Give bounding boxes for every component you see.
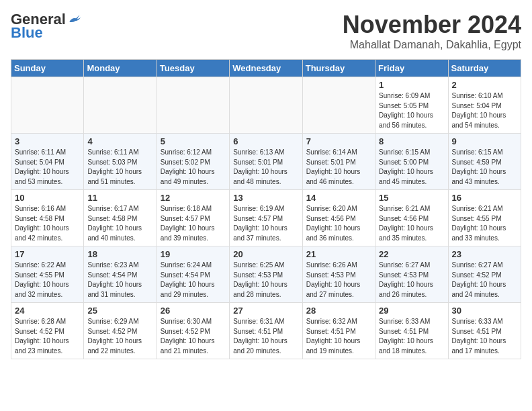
calendar-cell [84,77,157,134]
calendar-cell: 11Sunrise: 6:17 AM Sunset: 4:58 PM Dayli… [84,190,157,246]
calendar-table: SundayMondayTuesdayWednesdayThursdayFrid… [11,59,521,359]
day-number: 9 [452,136,517,146]
day-number: 10 [15,193,80,203]
logo-blue: Blue [11,24,43,42]
day-number: 18 [87,249,152,259]
day-info: Sunrise: 6:32 AM Sunset: 4:51 PM Dayligh… [306,317,371,356]
day-info: Sunrise: 6:31 AM Sunset: 4:51 PM Dayligh… [233,317,298,356]
day-number: 13 [233,193,298,203]
day-info: Sunrise: 6:14 AM Sunset: 5:01 PM Dayligh… [306,148,371,187]
calendar-cell: 7Sunrise: 6:14 AM Sunset: 5:01 PM Daylig… [302,134,375,190]
day-number: 6 [233,136,298,146]
calendar-cell: 5Sunrise: 6:12 AM Sunset: 5:02 PM Daylig… [157,134,229,190]
calendar-cell: 14Sunrise: 6:20 AM Sunset: 4:56 PM Dayli… [302,190,375,246]
subtitle: Mahallat Damanah, Dakahlia, Egypt [343,39,521,51]
logo: General Blue [11,11,81,42]
day-number: 30 [452,306,517,316]
calendar-cell: 9Sunrise: 6:15 AM Sunset: 4:59 PM Daylig… [448,134,521,190]
day-info: Sunrise: 6:30 AM Sunset: 4:52 PM Dayligh… [161,317,226,356]
calendar-cell: 25Sunrise: 6:29 AM Sunset: 4:52 PM Dayli… [84,303,157,359]
day-info: Sunrise: 6:16 AM Sunset: 4:58 PM Dayligh… [15,204,80,243]
day-number: 28 [306,306,371,316]
calendar-week-row: 10Sunrise: 6:16 AM Sunset: 4:58 PM Dayli… [11,190,521,246]
day-number: 1 [379,80,444,90]
day-info: Sunrise: 6:19 AM Sunset: 4:57 PM Dayligh… [233,204,298,243]
day-info: Sunrise: 6:18 AM Sunset: 4:57 PM Dayligh… [161,204,226,243]
day-number: 20 [233,249,298,259]
calendar-week-row: 3Sunrise: 6:11 AM Sunset: 5:04 PM Daylig… [11,134,521,190]
calendar-day-header: Friday [375,60,448,77]
calendar-cell: 20Sunrise: 6:25 AM Sunset: 4:53 PM Dayli… [230,246,302,303]
day-number: 15 [379,193,444,203]
day-number: 16 [452,193,517,203]
calendar-day-header: Saturday [448,60,521,77]
day-info: Sunrise: 6:27 AM Sunset: 4:53 PM Dayligh… [379,261,444,300]
calendar-cell: 1Sunrise: 6:09 AM Sunset: 5:05 PM Daylig… [375,77,448,134]
day-number: 27 [233,306,298,316]
day-number: 12 [161,193,226,203]
calendar-cell [11,77,84,134]
calendar-cell: 28Sunrise: 6:32 AM Sunset: 4:51 PM Dayli… [302,303,375,359]
day-info: Sunrise: 6:21 AM Sunset: 4:55 PM Dayligh… [452,204,517,243]
calendar-cell: 15Sunrise: 6:21 AM Sunset: 4:56 PM Dayli… [375,190,448,246]
day-number: 4 [87,136,152,146]
calendar-cell: 13Sunrise: 6:19 AM Sunset: 4:57 PM Dayli… [230,190,302,246]
calendar-cell: 27Sunrise: 6:31 AM Sunset: 4:51 PM Dayli… [230,303,302,359]
day-info: Sunrise: 6:11 AM Sunset: 5:03 PM Dayligh… [87,148,152,187]
calendar-week-row: 1Sunrise: 6:09 AM Sunset: 5:05 PM Daylig… [11,77,521,134]
day-info: Sunrise: 6:24 AM Sunset: 4:54 PM Dayligh… [161,261,226,300]
calendar-cell: 22Sunrise: 6:27 AM Sunset: 4:53 PM Dayli… [375,246,448,303]
day-number: 23 [452,249,517,259]
logo-bird-icon [67,13,81,26]
calendar-day-header: Tuesday [157,60,229,77]
day-number: 19 [161,249,226,259]
page-header: General Blue November 2024 Mahallat Dama… [11,11,521,51]
day-number: 7 [306,136,371,146]
day-number: 26 [161,306,226,316]
day-number: 5 [161,136,226,146]
calendar-day-header: Thursday [302,60,375,77]
calendar-cell: 6Sunrise: 6:13 AM Sunset: 5:01 PM Daylig… [230,134,302,190]
day-number: 2 [452,80,517,90]
calendar-week-row: 24Sunrise: 6:28 AM Sunset: 4:52 PM Dayli… [11,303,521,359]
day-info: Sunrise: 6:09 AM Sunset: 5:05 PM Dayligh… [379,91,444,130]
calendar-cell: 24Sunrise: 6:28 AM Sunset: 4:52 PM Dayli… [11,303,84,359]
day-info: Sunrise: 6:27 AM Sunset: 4:52 PM Dayligh… [452,261,517,300]
day-number: 24 [15,306,80,316]
calendar-cell: 16Sunrise: 6:21 AM Sunset: 4:55 PM Dayli… [448,190,521,246]
calendar-day-header: Monday [84,60,157,77]
calendar-header-row: SundayMondayTuesdayWednesdayThursdayFrid… [11,60,521,77]
day-info: Sunrise: 6:22 AM Sunset: 4:55 PM Dayligh… [15,261,80,300]
calendar-cell: 30Sunrise: 6:33 AM Sunset: 4:51 PM Dayli… [448,303,521,359]
day-number: 8 [379,136,444,146]
day-info: Sunrise: 6:20 AM Sunset: 4:56 PM Dayligh… [306,204,371,243]
day-number: 29 [379,306,444,316]
day-number: 17 [15,249,80,259]
calendar-cell: 10Sunrise: 6:16 AM Sunset: 4:58 PM Dayli… [11,190,84,246]
day-info: Sunrise: 6:25 AM Sunset: 4:53 PM Dayligh… [233,261,298,300]
day-number: 3 [15,136,80,146]
day-info: Sunrise: 6:10 AM Sunset: 5:04 PM Dayligh… [452,91,517,130]
day-number: 21 [306,249,371,259]
calendar-cell: 4Sunrise: 6:11 AM Sunset: 5:03 PM Daylig… [84,134,157,190]
calendar-cell: 21Sunrise: 6:26 AM Sunset: 4:53 PM Dayli… [302,246,375,303]
title-section: November 2024 Mahallat Damanah, Dakahlia… [343,11,521,51]
calendar-day-header: Sunday [11,60,84,77]
calendar-cell [302,77,375,134]
calendar-cell [157,77,229,134]
calendar-cell: 26Sunrise: 6:30 AM Sunset: 4:52 PM Dayli… [157,303,229,359]
day-number: 14 [306,193,371,203]
day-info: Sunrise: 6:33 AM Sunset: 4:51 PM Dayligh… [379,317,444,356]
day-info: Sunrise: 6:26 AM Sunset: 4:53 PM Dayligh… [306,261,371,300]
day-info: Sunrise: 6:15 AM Sunset: 4:59 PM Dayligh… [452,148,517,187]
day-info: Sunrise: 6:17 AM Sunset: 4:58 PM Dayligh… [87,204,152,243]
calendar-cell [230,77,302,134]
day-info: Sunrise: 6:33 AM Sunset: 4:51 PM Dayligh… [452,317,517,356]
month-title: November 2024 [343,11,521,39]
day-info: Sunrise: 6:11 AM Sunset: 5:04 PM Dayligh… [15,148,80,187]
day-number: 22 [379,249,444,259]
day-info: Sunrise: 6:13 AM Sunset: 5:01 PM Dayligh… [233,148,298,187]
day-number: 11 [87,193,152,203]
calendar-cell: 23Sunrise: 6:27 AM Sunset: 4:52 PM Dayli… [448,246,521,303]
day-number: 25 [87,306,152,316]
